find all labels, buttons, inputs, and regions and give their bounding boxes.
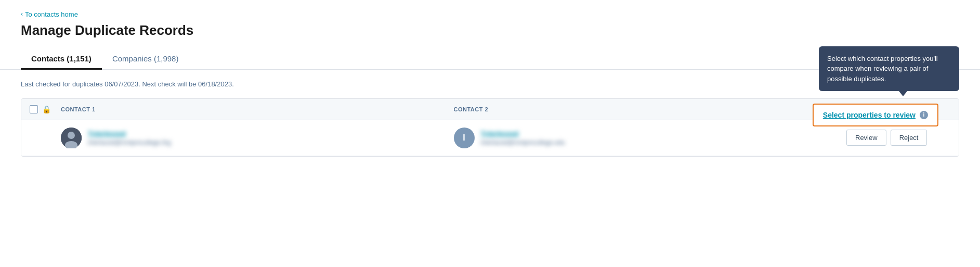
top-nav: ‹ To contacts home: [0, 0, 980, 18]
actions-cell: Review Reject: [846, 130, 950, 146]
select-properties-link[interactable]: Select properties to review: [823, 111, 916, 119]
review-button[interactable]: Review: [846, 130, 886, 146]
back-link[interactable]: ‹ To contacts home: [21, 10, 78, 18]
col-header-contact1: CONTACT 1: [61, 106, 454, 112]
contact2-cell: I Tnterlessed interlaced@mntpmcollege.ed…: [454, 128, 847, 148]
lock-icon: 🔒: [42, 105, 51, 113]
contact1-avatar-svg: [61, 128, 82, 148]
tab-contacts[interactable]: Contacts (1,151): [21, 49, 102, 70]
page-title: Manage Duplicate Records: [0, 22, 980, 39]
chevron-left-icon: ‹: [21, 10, 23, 18]
contact2-email: interlaced@mntpmcollege.edu: [481, 139, 565, 146]
contact1-email: interlaced@mntpmcullege.0rg: [88, 139, 171, 146]
contact2-info: Tnterlessed interlaced@mntpmcollege.edu: [481, 130, 565, 146]
select-properties-info-icon[interactable]: i: [920, 111, 928, 119]
tooltip-text: Select which contact properties you'll c…: [827, 55, 938, 83]
tooltip-box: Select which contact properties you'll c…: [819, 46, 959, 92]
svg-point-1: [68, 132, 75, 139]
select-all-checkbox[interactable]: [30, 105, 38, 113]
contact2-name[interactable]: Tnterlessed: [481, 130, 565, 137]
col-header-check: 🔒: [30, 105, 61, 113]
page-wrapper: ‹ To contacts home Manage Duplicate Reco…: [0, 0, 980, 267]
select-properties-box[interactable]: Select properties to review i: [813, 104, 938, 126]
contact1-cell: Tnterlessed interlaced@mntpmcullege.0rg: [61, 128, 454, 148]
reject-button[interactable]: Reject: [891, 130, 927, 146]
col-header-contact2: CONTACT 2: [454, 106, 847, 112]
contact2-avatar: I: [454, 128, 475, 148]
main-content: Last checked for duplicates 06/07/2023. …: [0, 70, 980, 167]
contact1-avatar: [61, 128, 82, 148]
back-link-label: To contacts home: [25, 10, 78, 18]
tab-companies[interactable]: Companies (1,998): [102, 49, 189, 70]
contact1-name[interactable]: Tnterlessed: [88, 130, 171, 137]
contact2-avatar-initial: I: [463, 133, 465, 143]
contact1-info: Tnterlessed interlaced@mntpmcullege.0rg: [88, 130, 171, 146]
